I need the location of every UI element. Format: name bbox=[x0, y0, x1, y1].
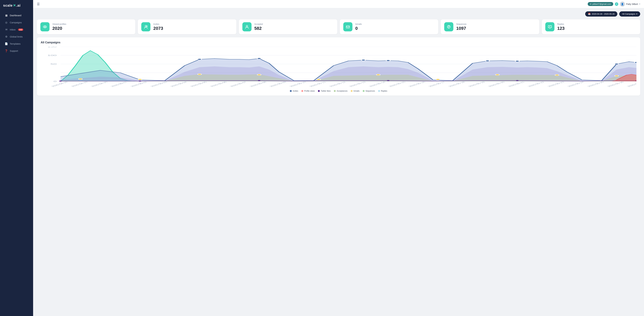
svg-text:2020-05-02: 2020-05-02 bbox=[130, 81, 148, 87]
stats-row: Viewed profiles 2020 Invites 2073 bbox=[37, 20, 640, 34]
legend-item-acceptances: Acceptances bbox=[334, 90, 348, 92]
sidebar-item-label: Support bbox=[10, 50, 18, 52]
svg-point-26 bbox=[634, 62, 636, 63]
content-area: 📅 2020-04-28 - 2020-05-28 All Campaigns … bbox=[33, 8, 644, 316]
sidebar-item-templates[interactable]: 📄 Templates bbox=[1, 40, 32, 47]
hamburger-icon[interactable]: ☰ bbox=[37, 2, 40, 6]
svg-point-34 bbox=[496, 74, 500, 75]
campaigns-icon: ◎ bbox=[5, 21, 8, 24]
svg-text:2020-04-30: 2020-04-30 bbox=[90, 81, 108, 87]
svg-text:100: 100 bbox=[48, 54, 56, 56]
svg-text:2020-05-06: 2020-05-06 bbox=[209, 81, 228, 87]
svg-text:2020-05-07: 2020-05-07 bbox=[229, 81, 248, 87]
svg-text:2020-05-09: 2020-05-09 bbox=[269, 81, 287, 87]
sidebar-item-label: Templates bbox=[10, 42, 20, 45]
email-address: pilibert7@gmail.com bbox=[592, 3, 611, 5]
svg-text:2020-05-22: 2020-05-22 bbox=[527, 81, 546, 87]
topbar: ☰ ✉ pilibert7@gmail.com ✕ 👤 Patty Silber… bbox=[33, 0, 644, 8]
sidebar-item-dashboard[interactable]: ▦ Dashboard bbox=[1, 12, 32, 19]
sidebar-item-label: Inbox bbox=[10, 28, 16, 31]
svg-point-24 bbox=[515, 60, 519, 62]
svg-point-23 bbox=[486, 60, 490, 62]
svg-point-35 bbox=[555, 74, 559, 76]
chart-legend: Invites Profile views Twitter likes Acce… bbox=[41, 90, 636, 92]
stat-card-accepted: Accepted 582 bbox=[239, 20, 337, 34]
svg-point-22 bbox=[386, 60, 390, 61]
sidebar: scale✕.ai ▦ Dashboard ◎ Campaigns ✉ Inbo… bbox=[0, 0, 33, 316]
svg-text:2020-05-23: 2020-05-23 bbox=[547, 81, 565, 87]
avatar: 👤 bbox=[620, 2, 625, 6]
logo-ai: .ai bbox=[16, 4, 20, 8]
svg-text:0: 0 bbox=[54, 80, 56, 82]
stat-label-replies: Replies bbox=[557, 23, 565, 25]
support-icon: ❓ bbox=[5, 49, 8, 52]
stat-card-viewed-profiles: Viewed profiles 2020 bbox=[37, 20, 135, 34]
replies-icon-box bbox=[545, 22, 554, 32]
svg-point-39 bbox=[258, 80, 261, 81]
stat-value-accepted: 582 bbox=[254, 26, 263, 31]
legend-item-replies: Replies bbox=[378, 90, 387, 92]
svg-point-8 bbox=[448, 28, 449, 28]
svg-point-30 bbox=[257, 74, 261, 75]
campaigns-caret-icon: ▾ bbox=[636, 13, 638, 15]
svg-point-21 bbox=[362, 60, 365, 61]
user-name: Patty Silbert bbox=[626, 3, 638, 5]
legend-dot-profile-views bbox=[301, 90, 303, 92]
sidebar-item-label: Dashboard bbox=[10, 14, 21, 17]
svg-point-27 bbox=[78, 78, 82, 80]
svg-point-25 bbox=[614, 64, 618, 65]
svg-text:2020-05-08: 2020-05-08 bbox=[249, 81, 268, 87]
legend-label-invites: Invites bbox=[293, 90, 298, 92]
svg-text:2020-05-21: 2020-05-21 bbox=[507, 81, 526, 87]
filter-row: 📅 2020-04-28 - 2020-05-28 All Campaigns … bbox=[37, 11, 640, 16]
email-badge: ✉ pilibert7@gmail.com bbox=[588, 2, 613, 6]
sidebar-item-campaigns[interactable]: ◎ Campaigns bbox=[1, 19, 32, 26]
stat-info-viewed-profiles: Viewed profiles 2020 bbox=[52, 23, 66, 31]
stat-label-sequences: Sequences bbox=[456, 23, 466, 25]
stat-card-inmails: Inmails 0 bbox=[340, 20, 438, 34]
dashboard-icon: ▦ bbox=[5, 14, 8, 17]
campaigns-filter-button[interactable]: All Campaigns ▾ bbox=[619, 11, 640, 16]
topbar-right: ✉ pilibert7@gmail.com ✕ 👤 Patty Silbert … bbox=[588, 2, 640, 6]
svg-point-32 bbox=[376, 74, 380, 75]
stat-info-sequences: Sequences 1097 bbox=[456, 23, 466, 31]
stat-value-viewed-profiles: 2020 bbox=[52, 26, 66, 31]
svg-text:2020-05-18: 2020-05-18 bbox=[447, 81, 466, 87]
svg-text:2020-05-28: 2020-05-28 bbox=[626, 81, 636, 87]
svg-text:2020-05-19: 2020-05-19 bbox=[467, 81, 486, 87]
svg-text:2020-05-15: 2020-05-15 bbox=[388, 81, 406, 87]
svg-text:2020-05-03: 2020-05-03 bbox=[150, 81, 168, 87]
sequences-icon-box bbox=[444, 22, 453, 32]
inbox-icon: ✉ bbox=[5, 28, 8, 31]
chart-svg: 150 100 50 0 bbox=[41, 47, 636, 88]
date-range-button[interactable]: 📅 2020-04-28 - 2020-05-28 bbox=[585, 11, 618, 16]
legend-label-twitter-likes: Twitter likes bbox=[321, 90, 331, 92]
sidebar-item-inbox[interactable]: ✉ Inbox 112 bbox=[1, 26, 32, 33]
svg-text:2020-05-04: 2020-05-04 bbox=[169, 81, 188, 87]
invites-icon-box bbox=[141, 22, 150, 32]
legend-label-acceptances: Acceptances bbox=[337, 90, 348, 92]
sidebar-nav: ▦ Dashboard ◎ Campaigns ✉ Inbox 112 ⚙ Gl… bbox=[0, 10, 33, 56]
svg-point-36 bbox=[614, 75, 618, 76]
stat-info-inmails: Inmails 0 bbox=[355, 23, 362, 31]
email-icon: ✉ bbox=[590, 3, 592, 5]
svg-text:2020-05-20: 2020-05-20 bbox=[487, 81, 506, 87]
date-range-label: 2020-04-28 - 2020-05-28 bbox=[592, 13, 615, 15]
viewed-profiles-icon-box bbox=[40, 22, 50, 32]
sidebar-item-global-limits[interactable]: ⚙ Global limits bbox=[1, 33, 32, 40]
close-button[interactable]: ✕ bbox=[615, 2, 618, 6]
legend-item-profile-views: Profile views bbox=[301, 90, 315, 92]
legend-item-invites: Invites bbox=[290, 90, 298, 92]
calendar-icon: 📅 bbox=[588, 13, 590, 15]
svg-text:2020-04-28: 2020-04-28 bbox=[50, 81, 69, 87]
stat-card-sequences: Sequences 1097 bbox=[441, 20, 539, 34]
sidebar-item-support[interactable]: ❓ Support bbox=[1, 48, 32, 54]
svg-point-37 bbox=[59, 80, 62, 82]
stat-info-accepted: Accepted 582 bbox=[254, 23, 263, 31]
legend-dot-invites bbox=[290, 90, 292, 92]
stat-card-invites: Invites 2073 bbox=[138, 20, 236, 34]
user-caret-icon: ▾ bbox=[639, 3, 640, 5]
legend-dot-twitter-likes bbox=[318, 90, 320, 92]
inmails-icon-box bbox=[343, 22, 352, 32]
stat-info-replies: Replies 123 bbox=[557, 23, 565, 31]
